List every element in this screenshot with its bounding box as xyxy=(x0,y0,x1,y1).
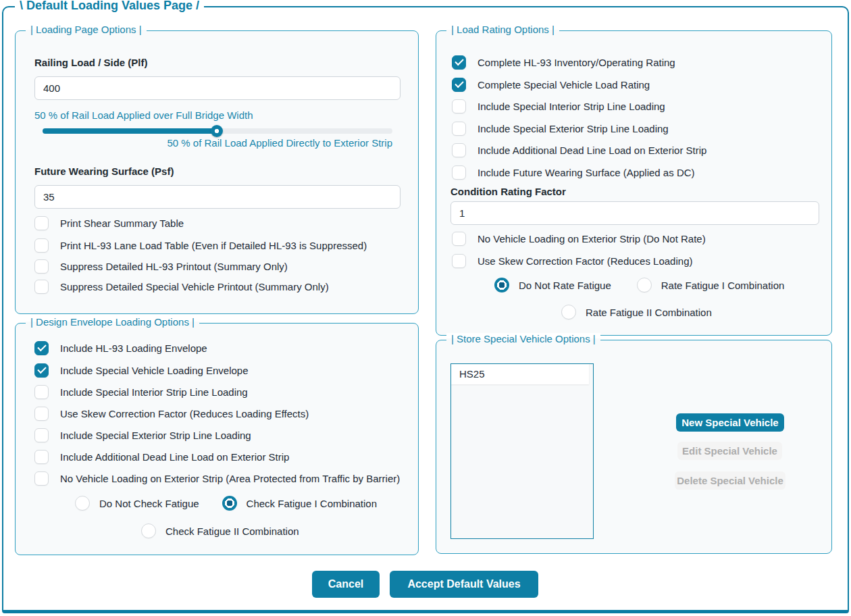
page-title: \ Default Loading Values Page / xyxy=(15,0,204,13)
checkbox-include-special-interior-strip[interactable] xyxy=(34,385,49,399)
checkbox-row: No Vehicle Loading on Exterior Strip (Ar… xyxy=(34,471,400,486)
checkbox-no-vehicle-loading-exterior-strip[interactable] xyxy=(34,471,49,486)
checkbox-label: Suppress Detailed HL-93 Printout (Summar… xyxy=(60,261,288,272)
checkbox-label: Include Special Interior Strip Line Load… xyxy=(478,101,665,112)
cancel-button[interactable]: Cancel xyxy=(312,571,380,598)
edit-special-vehicle-button: Edit Special Vehicle xyxy=(677,442,782,460)
radio-do-not-check-fatigue[interactable] xyxy=(75,496,90,511)
radio-label: Do Not Rate Fatigue xyxy=(519,280,611,291)
checkbox-label: Include HL-93 Loading Envelope xyxy=(60,342,207,354)
checkbox-row: Include Future Wearing Surface (Applied … xyxy=(452,165,695,180)
checkbox-rating-additional-dead-line-load[interactable] xyxy=(452,143,466,157)
checkbox-include-hl93-envelope[interactable] xyxy=(34,341,49,355)
checkbox-suppress-special-vehicle-printout[interactable] xyxy=(34,280,49,294)
checkbox-label: Print Shear Summary Table xyxy=(60,217,184,229)
panel-load-rating-options: | Load Rating Options | Complete HL-93 I… xyxy=(436,30,832,336)
slider-thumb[interactable] xyxy=(211,125,223,137)
checkbox-label: Include Special Exterior Strip Line Load… xyxy=(478,123,669,134)
condition-rating-label: Condition Rating Factor xyxy=(450,186,566,197)
fws-label: Future Wearing Surface (Psf) xyxy=(34,165,174,177)
checkbox-row: Include Additional Dead Line Load on Ext… xyxy=(452,143,706,157)
list-item-vehicle[interactable]: HS25 xyxy=(451,364,589,384)
checkbox-include-additional-dead-line-load[interactable] xyxy=(34,450,49,464)
checkbox-print-shear-summary[interactable] xyxy=(34,216,49,230)
checkbox-label: No Vehicle Loading on Exterior Strip (Do… xyxy=(478,233,706,245)
panel-legend: | Loading Page Options | xyxy=(26,24,147,35)
radio-check-fatigue-1[interactable] xyxy=(222,496,237,511)
checkbox-row: Suppress Detailed Special Vehicle Printo… xyxy=(34,279,329,294)
fws-input[interactable] xyxy=(34,185,401,209)
radio-row: Do Not Check Fatigue Check Fatigue I Com… xyxy=(75,496,377,511)
checkbox-label: Include Special Vehicle Loading Envelope xyxy=(60,365,249,376)
checkbox-row: Use Skew Correction Factor (Reduces Load… xyxy=(34,406,309,421)
checkbox-label: Print HL-93 Lane Load Table (Even if Det… xyxy=(60,240,367,251)
radio-rate-fatigue-2[interactable] xyxy=(561,305,576,319)
panel-design-envelope-options: | Design Envelope Loading Options | Incl… xyxy=(15,323,419,555)
checkbox-label: Include Additional Dead Line Load on Ext… xyxy=(478,145,706,156)
special-vehicle-listbox[interactable]: HS25 xyxy=(450,363,594,539)
panel-legend: | Design Envelope Loading Options | xyxy=(26,316,199,328)
checkbox-rating-use-skew-correction[interactable] xyxy=(452,254,466,268)
checkbox-include-special-exterior-strip[interactable] xyxy=(34,428,49,442)
checkbox-label: Complete HL-93 Inventory/Operating Ratin… xyxy=(478,57,675,68)
checkbox-row: Include Special Interior Strip Line Load… xyxy=(452,99,665,113)
radio-row: Rate Fatigue II Combination xyxy=(561,305,712,319)
radio-do-not-rate-fatigue[interactable] xyxy=(494,278,509,292)
checkbox-row: No Vehicle Loading on Exterior Strip (Do… xyxy=(452,231,706,246)
checkbox-label: Complete Special Vehicle Load Rating xyxy=(478,79,650,91)
slider-left-label: 50 % of Rail Load Applied over Full Brid… xyxy=(34,109,253,121)
radio-row: Check Fatigue II Combination xyxy=(141,523,299,538)
radio-label: Do Not Check Fatigue xyxy=(99,498,199,509)
checkbox-suppress-hl93-printout[interactable] xyxy=(34,259,49,274)
checkbox-complete-special-vehicle-rating[interactable] xyxy=(452,78,466,92)
checkbox-row: Include Special Interior Strip Line Load… xyxy=(34,384,248,399)
radio-label: Check Fatigue II Combination xyxy=(165,525,299,537)
checkbox-row: Include Special Exterior Strip Line Load… xyxy=(34,428,251,442)
panel-loading-page-options: | Loading Page Options | Railing Load / … xyxy=(15,30,419,314)
checkbox-use-skew-correction[interactable] xyxy=(34,407,49,421)
checkbox-row: Print HL-93 Lane Load Table (Even if Det… xyxy=(34,238,367,253)
slider-right-label: 50 % of Rail Load Applied Directly to Ex… xyxy=(34,137,392,149)
checkbox-row: Complete Special Vehicle Load Rating xyxy=(452,77,650,92)
radio-rate-fatigue-1[interactable] xyxy=(637,278,652,292)
checkbox-row: Use Skew Correction Factor (Reduces Load… xyxy=(452,253,692,268)
checkbox-row: Include Special Exterior Strip Line Load… xyxy=(452,121,669,136)
checkbox-complete-hl93-rating[interactable] xyxy=(452,55,466,70)
checkbox-label: Include Special Exterior Strip Line Load… xyxy=(60,430,251,441)
panel-legend: | Store Special Vehicle Options | xyxy=(446,333,600,344)
checkbox-no-vehicle-loading-do-not-rate[interactable] xyxy=(452,232,466,246)
checkbox-row: Complete HL-93 Inventory/Operating Ratin… xyxy=(452,55,675,70)
checkbox-row: Print Shear Summary Table xyxy=(34,215,184,230)
radio-label: Rate Fatigue II Combination xyxy=(586,307,712,318)
checkbox-label: Use Skew Correction Factor (Reduces Load… xyxy=(478,255,692,267)
radio-row: Do Not Rate Fatigue Rate Fatigue I Combi… xyxy=(494,278,784,292)
railing-load-label: Railing Load / Side (Plf) xyxy=(34,57,148,68)
panel-legend: | Load Rating Options | xyxy=(446,24,559,35)
checkbox-rating-special-interior-strip[interactable] xyxy=(452,99,466,113)
checkbox-label: Include Special Interior Strip Line Load… xyxy=(60,386,248,398)
radio-check-fatigue-2[interactable] xyxy=(141,523,156,538)
checkbox-label: Include Future Wearing Surface (Applied … xyxy=(478,167,695,178)
checkbox-print-hl93-lane-load-table[interactable] xyxy=(34,238,49,253)
rail-load-slider[interactable] xyxy=(43,128,392,134)
checkbox-row: Include Additional Dead Line Load on Ext… xyxy=(34,449,289,464)
checkbox-rating-special-exterior-strip[interactable] xyxy=(452,122,466,136)
railing-load-input[interactable] xyxy=(34,76,401,100)
radio-label: Check Fatigue I Combination xyxy=(247,498,377,509)
checkbox-row: Include Special Vehicle Loading Envelope xyxy=(34,363,249,378)
checkbox-row: Include HL-93 Loading Envelope xyxy=(34,340,207,355)
delete-special-vehicle-button: Delete Special Vehicle xyxy=(675,471,785,490)
checkbox-label: Include Additional Dead Line Load on Ext… xyxy=(60,451,289,463)
condition-rating-input[interactable] xyxy=(450,201,819,225)
default-loading-values-page: \ Default Loading Values Page / | Loadin… xyxy=(2,6,849,613)
checkbox-label: Use Skew Correction Factor (Reduces Load… xyxy=(60,408,309,419)
checkbox-label: Suppress Detailed Special Vehicle Printo… xyxy=(60,281,329,292)
radio-label: Rate Fatigue I Combination xyxy=(661,280,785,291)
checkbox-include-fws-dc[interactable] xyxy=(452,165,466,180)
slider-fill xyxy=(43,128,217,134)
panel-store-special-vehicle-options: | Store Special Vehicle Options | HS25 N… xyxy=(436,340,832,554)
new-special-vehicle-button[interactable]: New Special Vehicle xyxy=(676,413,784,432)
checkbox-row: Suppress Detailed HL-93 Printout (Summar… xyxy=(34,259,288,274)
accept-default-values-button[interactable]: Accept Default Values xyxy=(390,571,538,598)
checkbox-include-special-vehicle-envelope[interactable] xyxy=(34,363,49,378)
